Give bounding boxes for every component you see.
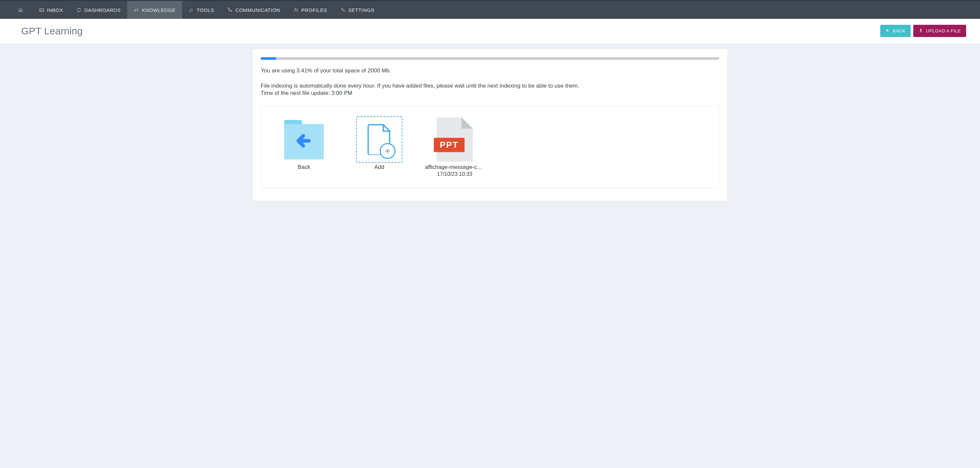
svg-point-2 [344,11,344,11]
page-header: GPT Learning BACK UPLOAD A FILE [0,19,980,44]
page-title: GPT Learning [21,25,83,37]
add-file-tile[interactable]: Add [350,118,409,170]
nav-dashboards[interactable]: DASHBOARDS [70,1,127,19]
back-label: BACK [893,29,906,33]
upload-file-button[interactable]: UPLOAD A FILE [913,25,966,37]
plus-icon [380,143,396,159]
inbox-icon [39,7,44,13]
ppt-file-icon: PPT [425,118,484,161]
tile-label: Back [274,164,334,170]
back-button[interactable]: BACK [880,25,911,37]
nav-label: TOOLS [197,7,214,13]
nav-profiles[interactable]: PROFILES [287,1,334,19]
arrow-left-icon [886,28,890,34]
back-folder-icon [274,118,334,161]
top-nav: INBOX DASHBOARDS KNOWLEDGE TOOLS COMMUNI… [0,1,980,19]
users-icon [293,7,299,13]
file-grid: Back [261,105,719,188]
nav-label: INBOX [47,7,63,13]
svg-point-1 [342,9,343,10]
storage-usage-text: You are using 3.41% of your total space … [261,67,719,74]
nav-inbox[interactable]: INBOX [32,1,70,19]
content-container: You are using 3.41% of your total space … [249,49,731,201]
phone-icon [228,7,232,13]
header-actions: BACK UPLOAD A FILE [880,25,966,37]
nav-label: KNOWLEDGE [142,7,175,13]
nav-home[interactable] [13,1,32,19]
arrow-left-icon [295,132,313,151]
nav-communication[interactable]: COMMUNICATION [221,1,286,19]
gears-icon [340,7,345,13]
chat-icon [134,7,139,13]
nav-settings[interactable]: SETTINGS [334,1,381,19]
main-card: You are using 3.41% of your total space … [253,49,727,201]
upload-label: UPLOAD A FILE [926,29,961,33]
wrench-icon [189,7,194,13]
svg-point-0 [295,8,296,10]
file-type-badge: PPT [434,138,465,152]
home-icon [18,7,23,13]
file-tile[interactable]: PPT affichage-message-can... 17/10/23 10… [425,118,484,177]
storage-progress-track [261,57,719,60]
nav-label: PROFILES [301,7,327,13]
indexing-info-text: File indexing is automatically done ever… [261,82,719,89]
back-folder-tile[interactable]: Back [274,118,334,170]
add-file-icon [350,118,409,161]
next-update-text: Time of the next file update: 3:00 PM [261,89,719,97]
tile-label: Add [350,164,409,170]
nav-knowledge[interactable]: KNOWLEDGE [127,1,182,19]
file-date: 17/10/23 10:33 [425,171,484,177]
file-name: affichage-message-can... [425,164,484,170]
nav-label: DASHBOARDS [84,7,121,13]
nav-tools[interactable]: TOOLS [182,1,221,19]
refresh-icon [76,7,82,13]
nav-label: SETTINGS [348,7,374,13]
upload-icon [918,28,923,34]
nav-label: COMMUNICATION [235,7,280,13]
storage-progress-fill [261,57,276,60]
